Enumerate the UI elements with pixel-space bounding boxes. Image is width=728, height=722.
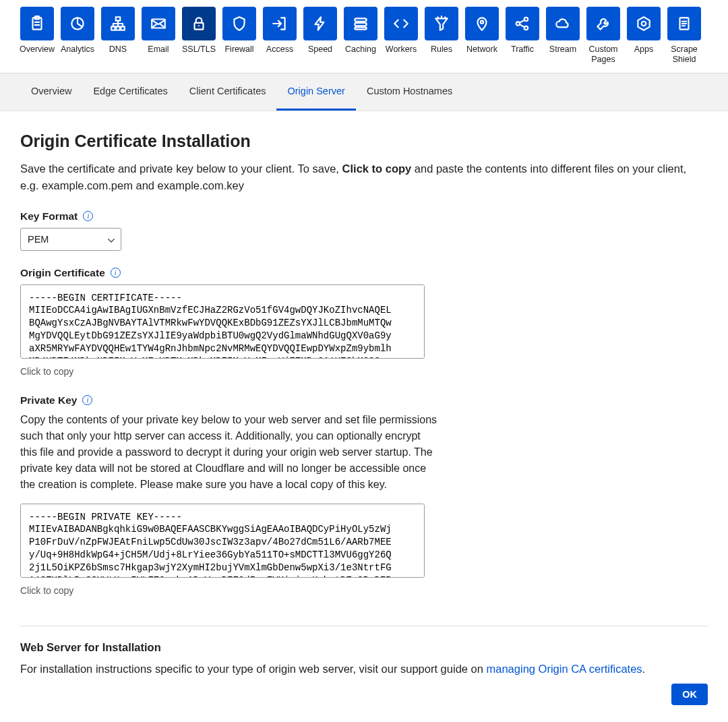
topnav-label: Caching	[345, 44, 376, 55]
wrench-icon	[586, 7, 620, 40]
topnav-item-overview[interactable]: Overview	[20, 7, 54, 73]
topnav-item-caching[interactable]: Caching	[344, 7, 377, 73]
ok-row: OK	[20, 684, 708, 705]
clipboard-icon	[20, 7, 54, 40]
key-format-select[interactable]: PEM	[20, 228, 121, 251]
private-key-description: Copy the contents of your private key be…	[20, 412, 438, 493]
key-format-label-text: Key Format	[20, 210, 78, 222]
topnav-label: Network	[466, 44, 497, 55]
topnav-item-workers[interactable]: Workers	[384, 7, 418, 73]
page-title: Origin Certificate Installation	[20, 131, 708, 151]
info-icon[interactable]: i	[111, 268, 121, 278]
origin-cert-label: Origin Certificate i	[20, 267, 708, 279]
topnav-label: Stream	[549, 44, 576, 55]
topnav-label: DNS	[109, 44, 127, 55]
sub-nav: OverviewEdge CertificatesClient Certific…	[0, 73, 728, 111]
topnav-item-stream[interactable]: Stream	[546, 7, 580, 73]
origin-cert-textarea[interactable]	[20, 284, 425, 359]
bolt-icon	[303, 7, 337, 40]
subnav-item-origin-server[interactable]: Origin Server	[276, 73, 355, 111]
topnav-label: Traffic	[511, 44, 534, 55]
private-key-label-text: Private Key	[20, 394, 77, 407]
install-post: .	[642, 663, 646, 675]
topnav-item-network[interactable]: Network	[465, 7, 499, 73]
managing-origin-ca-link[interactable]: managing Origin CA certificates	[487, 663, 642, 675]
topnav-item-dns[interactable]: DNS	[101, 7, 135, 73]
subnav-item-edge-certificates[interactable]: Edge Certificates	[82, 73, 178, 111]
shield-icon	[222, 7, 256, 40]
svg-rect-12	[355, 27, 366, 29]
page-icon	[667, 7, 701, 40]
nut-icon	[627, 7, 661, 40]
pin-icon	[465, 7, 499, 40]
private-key-textarea[interactable]	[20, 504, 425, 578]
topnav-label: Email	[148, 44, 169, 55]
svg-point-9	[198, 25, 200, 26]
copy-private-key-link[interactable]: Click to copy	[20, 585, 73, 596]
topnav-label: Custom Pages	[586, 44, 620, 65]
info-icon[interactable]: i	[83, 211, 93, 221]
svg-point-17	[642, 22, 646, 26]
topnav-label: Firewall	[224, 44, 253, 55]
stack-icon	[344, 7, 377, 40]
copy-origin-cert-link[interactable]: Click to copy	[20, 366, 73, 377]
svg-rect-10	[355, 18, 366, 21]
topnav-item-firewall[interactable]: Firewall	[222, 7, 256, 73]
topnav-label: Apps	[634, 44, 654, 55]
pie-icon	[61, 7, 94, 40]
subnav-item-custom-hostnames[interactable]: Custom Hostnames	[356, 73, 463, 111]
topnav-item-speed[interactable]: Speed	[303, 7, 337, 73]
subnav-item-overview[interactable]: Overview	[20, 73, 82, 111]
topnav-item-rules[interactable]: Rules	[425, 7, 458, 73]
topnav-label: Workers	[386, 44, 417, 55]
svg-rect-11	[355, 23, 366, 26]
topnav-item-apps[interactable]: Apps	[627, 7, 661, 73]
private-key-label: Private Key i	[20, 394, 708, 407]
origin-cert-label-text: Origin Certificate	[20, 267, 105, 279]
topnav-item-traffic[interactable]: Traffic	[506, 7, 539, 73]
intro-bold: Click to copy	[342, 162, 412, 175]
topnav-label: Scrape Shield	[667, 44, 701, 65]
info-icon[interactable]: i	[82, 395, 92, 405]
sitemap-icon	[101, 7, 135, 40]
svg-point-13	[481, 21, 483, 24]
topnav-item-email[interactable]: Email	[142, 7, 175, 73]
content: Origin Certificate Installation Save the…	[0, 111, 728, 722]
cloud-icon	[546, 7, 580, 40]
topnav-item-custom-pages[interactable]: Custom Pages	[586, 7, 620, 73]
topnav-label: SSL/TLS	[182, 44, 216, 55]
topnav-label: Overview	[20, 44, 55, 55]
funnel-icon	[425, 7, 458, 40]
install-text: For installation instructions specific t…	[20, 661, 708, 678]
divider	[20, 626, 708, 626]
top-nav: OverviewAnalyticsDNSEmailSSL/TLSFirewall…	[0, 0, 728, 73]
share-icon	[506, 7, 539, 40]
topnav-item-scrape-shield[interactable]: Scrape Shield	[667, 7, 701, 73]
install-pre: For installation instructions specific t…	[20, 663, 487, 675]
key-format-label: Key Format i	[20, 210, 708, 222]
ok-button[interactable]: OK	[671, 684, 708, 705]
web-server-heading: Web Server for Installation	[20, 641, 708, 654]
topnav-label: Speed	[308, 44, 332, 55]
topnav-item-ssltls[interactable]: SSL/TLS	[182, 7, 216, 73]
intro-pre: Save the certificate and private key bel…	[20, 162, 342, 175]
topnav-item-analytics[interactable]: Analytics	[61, 7, 94, 73]
topnav-label: Analytics	[61, 44, 94, 55]
intro-text: Save the certificate and private key bel…	[20, 160, 708, 194]
subnav-item-client-certificates[interactable]: Client Certificates	[179, 73, 277, 111]
code-icon	[384, 7, 418, 40]
enter-icon	[263, 7, 297, 40]
topnav-label: Access	[266, 44, 293, 55]
topnav-label: Rules	[431, 44, 452, 55]
key-format-value[interactable]: PEM	[20, 228, 121, 251]
mail-icon	[142, 7, 175, 40]
topnav-item-access[interactable]: Access	[263, 7, 297, 73]
lock-icon	[182, 7, 216, 40]
